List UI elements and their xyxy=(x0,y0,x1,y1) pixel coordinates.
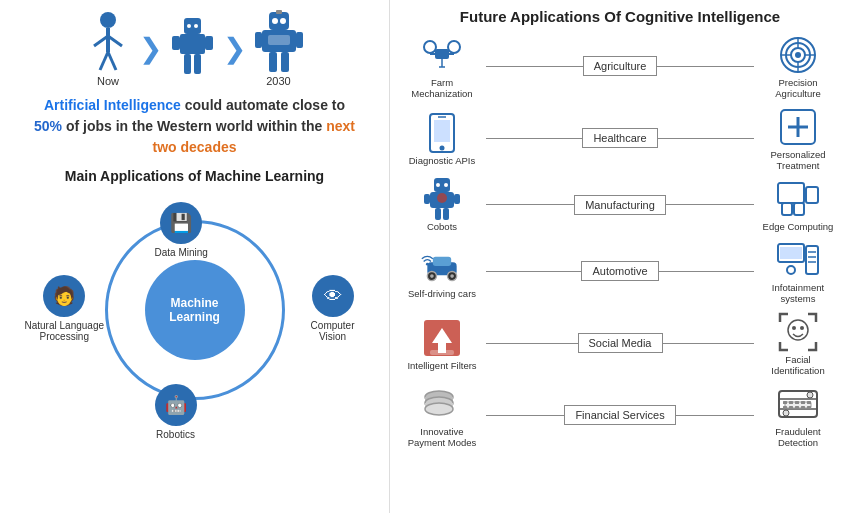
cobots-label: Cobots xyxy=(427,221,457,232)
svg-rect-97 xyxy=(789,406,793,409)
personalized-treatment-label: Personalized Treatment xyxy=(758,149,838,171)
healthcare-label: Healthcare xyxy=(582,128,657,148)
ai-text-5: next xyxy=(326,118,355,134)
svg-rect-52 xyxy=(435,208,441,220)
left-panel: Now ❯ ❯ xyxy=(0,0,390,513)
fraudulent-detection: Fraudulent Detection xyxy=(758,382,838,448)
arrow-1: ❯ xyxy=(139,35,162,63)
svg-rect-91 xyxy=(783,401,787,404)
ai-text-3: 50% xyxy=(34,118,62,134)
manufacturing-label: Manufacturing xyxy=(574,195,666,215)
app-row-manufacturing: Cobots Manufacturing Edge Computing xyxy=(402,177,838,232)
edge-computing: Edge Computing xyxy=(758,177,838,232)
self-driving-cars-label: Self-driving cars xyxy=(408,288,476,299)
svg-rect-19 xyxy=(255,32,262,48)
svg-rect-22 xyxy=(281,52,289,72)
edge-computing-label: Edge Computing xyxy=(763,221,834,232)
node-robotics: 🤖 Robotics xyxy=(155,384,197,440)
svg-rect-94 xyxy=(801,401,805,404)
coins-icon xyxy=(420,382,464,426)
device-icon xyxy=(776,177,820,221)
target-icon xyxy=(776,33,820,77)
svg-rect-23 xyxy=(268,35,290,45)
facial-identification-label: Facial Identification xyxy=(758,354,838,376)
svg-point-24 xyxy=(424,41,436,53)
now-label: Now xyxy=(97,75,119,87)
right-panel: Future Applications Of Cognitive Intelli… xyxy=(390,0,850,513)
svg-rect-20 xyxy=(296,32,303,48)
connector-healthcare: Healthcare xyxy=(486,128,754,148)
svg-rect-100 xyxy=(807,406,811,409)
svg-point-65 xyxy=(426,262,429,265)
svg-point-41 xyxy=(440,145,445,150)
svg-rect-93 xyxy=(795,401,799,404)
farm-mechanization: Farm Mechanization xyxy=(402,33,482,99)
innovative-payment-label: Innovative Payment Modes xyxy=(402,426,482,448)
svg-rect-99 xyxy=(801,406,805,409)
svg-rect-67 xyxy=(780,247,802,259)
data-mining-label: Data Mining xyxy=(155,247,208,258)
ai-text-2: could automate close to xyxy=(181,97,345,113)
svg-point-84 xyxy=(425,403,453,415)
svg-rect-95 xyxy=(807,401,811,404)
svg-rect-10 xyxy=(172,36,180,50)
svg-line-5 xyxy=(108,52,116,70)
svg-rect-12 xyxy=(184,54,191,74)
ai-text-1: Artificial Intelligence xyxy=(44,97,181,113)
app-row-financial: Innovative Payment Modes Financial Servi… xyxy=(402,382,838,448)
social-media-label: Social Media xyxy=(578,333,663,353)
svg-point-79 xyxy=(800,326,804,330)
phone-icon xyxy=(420,111,464,155)
precision-agriculture-label: Precision Agriculture xyxy=(758,77,838,99)
svg-rect-51 xyxy=(454,194,460,204)
robotics-icon: 🤖 xyxy=(155,384,197,426)
figure-mid xyxy=(170,16,215,81)
ml-diagram: MachineLearning 💾 Data Mining 👁 Computer… xyxy=(25,190,365,440)
svg-point-16 xyxy=(280,18,286,24)
svg-rect-76 xyxy=(430,350,454,355)
svg-point-89 xyxy=(807,392,813,398)
svg-line-4 xyxy=(100,52,108,70)
svg-rect-58 xyxy=(794,203,804,215)
svg-rect-50 xyxy=(424,194,430,204)
node-data-mining: 💾 Data Mining xyxy=(155,202,208,258)
automotive-label: Automotive xyxy=(581,261,658,281)
drone-icon xyxy=(420,33,464,77)
svg-rect-60 xyxy=(433,256,451,265)
diagnostic-apis: Diagnostic APIs xyxy=(402,111,482,166)
app-row-automotive: Self-driving cars Automotive xyxy=(402,238,838,304)
ai-text-4: of jobs in the Western world within the xyxy=(62,118,326,134)
self-driving-cars: Self-driving cars xyxy=(402,244,482,299)
info-icon xyxy=(776,238,820,282)
svg-rect-21 xyxy=(269,52,277,72)
svg-rect-26 xyxy=(435,49,449,59)
ml-title: Main Applications of Machine Learning xyxy=(15,168,374,184)
ml-section: Main Applications of Machine Learning Ma… xyxy=(15,168,374,503)
svg-rect-57 xyxy=(782,203,792,215)
medical-icon xyxy=(776,105,820,149)
arrow-2: ❯ xyxy=(223,35,246,63)
svg-point-63 xyxy=(430,274,434,278)
figure-2030: 2030 xyxy=(254,10,304,87)
connector-financial: Financial Services xyxy=(486,405,754,425)
svg-line-2 xyxy=(94,36,108,46)
svg-rect-9 xyxy=(180,34,205,54)
nlp-icon: 🧑 xyxy=(43,275,85,317)
ai-description: Artificial Intelligence could automate c… xyxy=(15,95,374,158)
agriculture-label: Agriculture xyxy=(583,56,658,76)
infotainment-label: Infotainment systems xyxy=(758,282,838,304)
connector-social-media: Social Media xyxy=(486,333,754,353)
svg-rect-98 xyxy=(795,406,799,409)
svg-line-3 xyxy=(108,36,122,46)
svg-point-47 xyxy=(436,183,440,187)
ai-text-6: two decades xyxy=(152,139,236,155)
svg-point-34 xyxy=(795,52,801,58)
connector-automotive: Automotive xyxy=(486,261,754,281)
svg-point-90 xyxy=(783,410,789,416)
ml-center-label: MachineLearning xyxy=(169,296,220,324)
svg-rect-92 xyxy=(789,401,793,404)
svg-point-78 xyxy=(792,326,796,330)
svg-point-7 xyxy=(187,24,191,28)
financial-services-label: Financial Services xyxy=(564,405,675,425)
svg-rect-55 xyxy=(778,183,804,203)
